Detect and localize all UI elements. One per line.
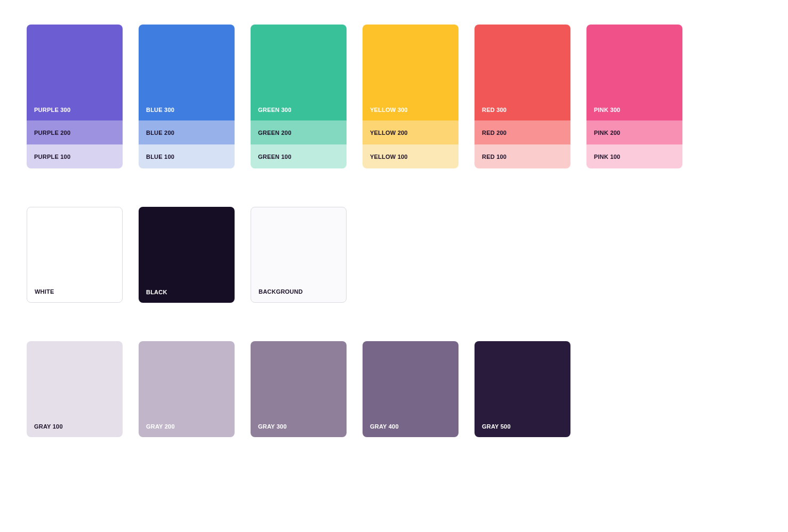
swatch-label: PINK 100 bbox=[594, 154, 620, 160]
swatch-label: WHITE bbox=[35, 288, 54, 295]
swatch-gray-400: GRAY 400 bbox=[363, 341, 459, 437]
swatch-label: GREEN 100 bbox=[258, 154, 292, 160]
swatch-label: BLUE 100 bbox=[146, 154, 174, 160]
swatch-gray-500: GRAY 500 bbox=[475, 341, 570, 437]
swatch-gray-200: GRAY 200 bbox=[139, 341, 235, 437]
swatch-yellow-shade: YELLOW 100 bbox=[363, 144, 459, 168]
swatch-label: PINK 200 bbox=[594, 130, 620, 136]
swatch-label: YELLOW 100 bbox=[370, 154, 408, 160]
swatch-pink: PINK 300PINK 200PINK 100 bbox=[586, 25, 682, 168]
swatch-label: GRAY 100 bbox=[34, 423, 63, 430]
swatch-pink-shade: PINK 200 bbox=[586, 120, 682, 144]
swatch-green-shade: GREEN 200 bbox=[251, 120, 347, 144]
swatch-label: YELLOW 300 bbox=[370, 107, 408, 113]
swatch-label: BACKGROUND bbox=[259, 288, 303, 295]
swatch-yellow-shade: YELLOW 300 bbox=[363, 25, 459, 120]
swatch-green: GREEN 300GREEN 200GREEN 100 bbox=[251, 25, 347, 168]
swatch-label: RED 100 bbox=[482, 154, 506, 160]
color-palette-main: PURPLE 300PURPLE 200PURPLE 100BLUE 300BL… bbox=[27, 25, 761, 168]
swatch-label: GREEN 300 bbox=[258, 107, 292, 113]
color-palette-gray: GRAY 100GRAY 200GRAY 300GRAY 400GRAY 500 bbox=[27, 341, 761, 437]
swatch-yellow-shade: YELLOW 200 bbox=[363, 120, 459, 144]
swatch-red: RED 300RED 200RED 100 bbox=[475, 25, 570, 168]
swatch-red-shade: RED 300 bbox=[475, 25, 570, 120]
swatch-white: WHITE bbox=[27, 207, 123, 303]
swatch-green-shade: GREEN 100 bbox=[251, 144, 347, 168]
swatch-red-shade: RED 100 bbox=[475, 144, 570, 168]
swatch-label: PURPLE 200 bbox=[34, 130, 70, 136]
swatch-gray-300: GRAY 300 bbox=[251, 341, 347, 437]
swatch-black: BLACK bbox=[139, 207, 235, 303]
swatch-blue-shade: BLUE 100 bbox=[139, 144, 235, 168]
swatch-red-shade: RED 200 bbox=[475, 120, 570, 144]
swatch-label: YELLOW 200 bbox=[370, 130, 408, 136]
swatch-label: GRAY 200 bbox=[146, 423, 175, 430]
swatch-label: PURPLE 300 bbox=[34, 107, 70, 113]
swatch-blue-shade: BLUE 200 bbox=[139, 120, 235, 144]
swatch-blue: BLUE 300BLUE 200BLUE 100 bbox=[139, 25, 235, 168]
color-palette-neutral: WHITEBLACKBACKGROUND bbox=[27, 207, 761, 303]
swatch-label: RED 300 bbox=[482, 107, 506, 113]
swatch-label: GRAY 500 bbox=[482, 423, 511, 430]
swatch-blue-shade: BLUE 300 bbox=[139, 25, 235, 120]
swatch-purple: PURPLE 300PURPLE 200PURPLE 100 bbox=[27, 25, 123, 168]
swatch-purple-shade: PURPLE 200 bbox=[27, 120, 123, 144]
swatch-label: PINK 300 bbox=[594, 107, 620, 113]
swatch-label: RED 200 bbox=[482, 130, 506, 136]
swatch-pink-shade: PINK 300 bbox=[586, 25, 682, 120]
swatch-label: GRAY 400 bbox=[370, 423, 399, 430]
swatch-yellow: YELLOW 300YELLOW 200YELLOW 100 bbox=[363, 25, 459, 168]
swatch-label: PURPLE 100 bbox=[34, 154, 70, 160]
swatch-pink-shade: PINK 100 bbox=[586, 144, 682, 168]
swatch-label: GRAY 300 bbox=[258, 423, 287, 430]
swatch-gray-100: GRAY 100 bbox=[27, 341, 123, 437]
swatch-label: BLUE 200 bbox=[146, 130, 174, 136]
swatch-background: BACKGROUND bbox=[251, 207, 347, 303]
swatch-purple-shade: PURPLE 300 bbox=[27, 25, 123, 120]
swatch-green-shade: GREEN 300 bbox=[251, 25, 347, 120]
swatch-label: GREEN 200 bbox=[258, 130, 292, 136]
swatch-purple-shade: PURPLE 100 bbox=[27, 144, 123, 168]
swatch-label: BLUE 300 bbox=[146, 107, 174, 113]
swatch-label: BLACK bbox=[146, 289, 167, 295]
